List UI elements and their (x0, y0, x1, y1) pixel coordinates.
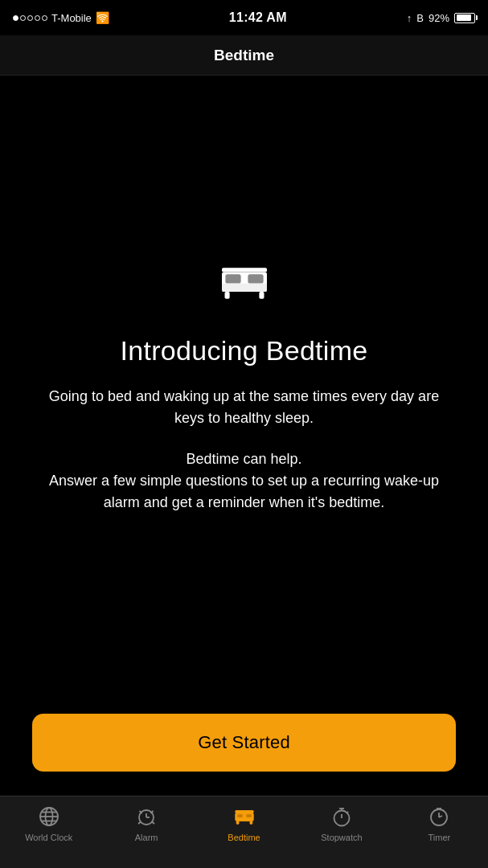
tab-stopwatch[interactable]: Stopwatch (293, 805, 390, 842)
bedtime-label: Bedtime (228, 833, 260, 842)
battery-icon (454, 13, 475, 23)
signal-strength (13, 15, 47, 21)
wifi-icon: 🛜 (96, 11, 109, 24)
get-started-button[interactable]: Get Started (32, 714, 456, 772)
tab-world-clock[interactable]: World Clock (0, 805, 97, 842)
svg-rect-2 (225, 274, 240, 283)
main-content-area: Introducing Bedtime Going to bed and wak… (0, 76, 488, 698)
svg-rect-4 (222, 284, 267, 293)
timer-icon (427, 805, 451, 829)
cta-area: Get Started (0, 698, 488, 796)
svg-rect-5 (224, 292, 229, 299)
svg-line-18 (152, 822, 154, 825)
status-right: ↑ B 92% (407, 12, 475, 24)
bed-icon (216, 260, 273, 311)
tab-bedtime[interactable]: Bedtime (195, 805, 293, 842)
bluetooth-icon: B (416, 12, 424, 24)
page-title: Bedtime (214, 47, 274, 64)
svg-rect-0 (222, 268, 267, 272)
location-icon: ↑ (407, 12, 412, 24)
svg-rect-6 (259, 292, 264, 299)
battery-indicator (454, 13, 475, 23)
svg-rect-24 (250, 821, 252, 825)
world-clock-icon (37, 805, 61, 829)
carrier-label: T-Mobile (51, 12, 92, 24)
status-bar: T-Mobile 🛜 11:42 AM ↑ B 92% (0, 0, 488, 35)
intro-description: Going to bed and waking up at the same t… (32, 386, 456, 429)
tab-timer[interactable]: Timer (391, 805, 488, 842)
timer-label: Timer (428, 833, 450, 842)
bedtime-icon (232, 805, 256, 829)
svg-rect-21 (236, 814, 242, 818)
stopwatch-icon (330, 805, 354, 829)
battery-percent: 92% (429, 12, 449, 24)
navigation-title-bar: Bedtime (0, 35, 488, 76)
clock-display: 11:42 AM (229, 10, 287, 25)
svg-rect-23 (236, 821, 239, 825)
tab-alarm[interactable]: Alarm (97, 805, 195, 842)
status-left: T-Mobile 🛜 (13, 11, 109, 24)
svg-rect-22 (245, 814, 251, 818)
alarm-icon (134, 805, 158, 829)
intro-sub-description: Bedtime can help.Answer a few simple que… (32, 448, 456, 514)
tab-bar: World Clock Alarm (0, 796, 488, 868)
stopwatch-label: Stopwatch (321, 833, 362, 842)
svg-rect-3 (248, 274, 263, 283)
intro-heading: Introducing Bedtime (120, 335, 367, 366)
alarm-label: Alarm (135, 833, 158, 842)
svg-line-17 (138, 822, 141, 825)
world-clock-label: World Clock (25, 833, 72, 842)
